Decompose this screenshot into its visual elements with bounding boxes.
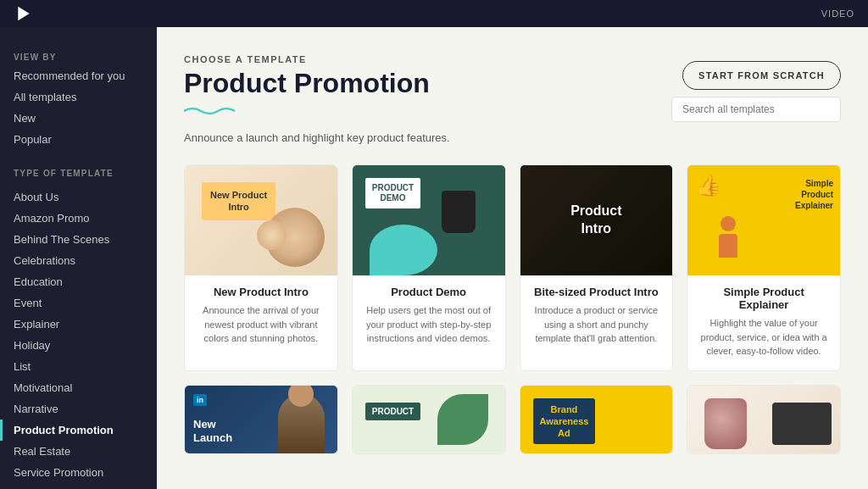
template-thumb-b3: BrandAwarenessAd — [520, 386, 673, 453]
sidebar-type-label: TYPE OF TEMPLATE — [0, 164, 157, 181]
card-desc-2: Help users get the most out of your prod… — [363, 303, 495, 346]
thumb-b1-title: NewLaunch — [193, 418, 232, 444]
header-right: START FROM SCRATCH — [671, 54, 841, 122]
thumb-1-sphere-small — [257, 220, 287, 250]
thumb-b1-person — [278, 394, 325, 453]
thumb-4-head — [721, 216, 736, 231]
thumb-b4-cup — [704, 398, 747, 449]
sidebar-item-motivational[interactable]: Motivational — [0, 377, 157, 398]
thumb-b3-badge: BrandAwarenessAd — [533, 398, 596, 445]
sidebar-item-slideshow[interactable]: Slideshow — [0, 483, 157, 489]
template-thumb-b2: PRODUCT — [353, 386, 505, 453]
title-decoration — [184, 104, 450, 119]
template-thumb-1: New ProductIntro — [185, 165, 337, 275]
sidebar-item-product-promotion[interactable]: Product Promotion — [0, 420, 157, 441]
svg-marker-0 — [18, 7, 29, 21]
sidebar-item-real-estate[interactable]: Real Estate — [0, 441, 157, 462]
content-area: CHOOSE A TEMPLATE Product Promotion Anno… — [157, 27, 868, 489]
card-desc-3: Introduce a product or service using a s… — [531, 303, 663, 346]
sidebar-item-celebrations[interactable]: Celebrations — [0, 250, 157, 271]
main-layout: VIEW BY Recommended for you All template… — [0, 27, 868, 489]
template-thumb-b4 — [687, 386, 840, 453]
card-desc-4: Highlight the value of your product, ser… — [698, 316, 830, 358]
thumb-b4-laptop — [772, 403, 832, 445]
thumb-2-cup — [442, 191, 476, 233]
sidebar-item-list[interactable]: List — [0, 356, 157, 377]
sidebar-item-behind-scenes[interactable]: Behind The Scenes — [0, 229, 157, 250]
thumb-1-label: New ProductIntro — [202, 182, 275, 220]
sidebar-item-popular[interactable]: Popular — [0, 129, 157, 150]
sidebar-item-event[interactable]: Event — [0, 292, 157, 314]
template-grid: New ProductIntro New Product Intro Annou… — [184, 164, 841, 371]
sidebar-item-amazon-promo[interactable]: Amazon Promo — [0, 208, 157, 229]
card-info-2: Product Demo Help users get the most out… — [353, 275, 505, 358]
template-card-simple-explainer[interactable]: 👍 SimpleProductExplainer Simple Product … — [687, 164, 841, 371]
header-left: CHOOSE A TEMPLATE Product Promotion Anno… — [184, 54, 450, 161]
template-card-product-coffee[interactable] — [687, 385, 841, 454]
card-title-2: Product Demo — [363, 286, 495, 298]
thumb-2-badge: PRODUCTDEMO — [365, 178, 420, 208]
start-from-scratch-button[interactable]: START FROM SCRATCH — [682, 61, 841, 90]
thumb-b2-leaf — [437, 394, 488, 445]
template-card-new-product-intro[interactable]: New ProductIntro New Product Intro Annou… — [184, 164, 338, 371]
template-thumb-3: ProductIntro — [520, 165, 673, 275]
sidebar-item-holiday[interactable]: Holiday — [0, 335, 157, 356]
thumb-b2-label: PRODUCT — [365, 403, 420, 420]
sidebar-item-narrative[interactable]: Narrative — [0, 398, 157, 420]
template-thumb-2: PRODUCTDEMO — [353, 165, 505, 275]
page-title: Product Promotion — [184, 68, 450, 99]
thumb-4-star: 👍 — [696, 174, 721, 197]
card-info-3: Bite-sized Product Intro Introduce a pro… — [520, 275, 673, 358]
card-desc-1: Announce the arrival of your newest prod… — [195, 303, 327, 346]
linkedin-badge: in — [193, 394, 207, 406]
thumb-4-body — [719, 234, 737, 258]
app-logo — [14, 3, 34, 24]
sidebar-item-explainer[interactable]: Explainer — [0, 314, 157, 335]
sidebar-item-recommended[interactable]: Recommended for you — [0, 65, 157, 86]
sidebar-item-service-promotion[interactable]: Service Promotion — [0, 462, 157, 483]
template-card-product-green[interactable]: PRODUCT — [352, 385, 506, 454]
card-title-4: Simple Product Explainer — [698, 286, 830, 311]
topbar-mode-label: VIDEO — [821, 8, 854, 19]
thumb-2-blob — [370, 225, 437, 275]
sidebar-item-all-templates[interactable]: All templates — [0, 86, 157, 108]
thumb-4-title: SimpleProductExplainer — [757, 178, 833, 211]
card-info-4: Simple Product Explainer Highlight the v… — [687, 275, 840, 370]
sidebar-item-about-us[interactable]: About Us — [0, 186, 157, 208]
thumb-b1-face — [288, 386, 314, 407]
sidebar-view-by-label: VIEW BY — [0, 47, 157, 65]
search-input[interactable] — [671, 97, 841, 122]
choose-label: CHOOSE A TEMPLATE — [184, 54, 450, 64]
content-header: CHOOSE A TEMPLATE Product Promotion Anno… — [184, 54, 841, 161]
topbar: VIDEO — [0, 0, 868, 27]
card-info-1: New Product Intro Announce the arrival o… — [185, 275, 337, 358]
sidebar-item-new[interactable]: New — [0, 108, 157, 129]
sidebar: VIEW BY Recommended for you All template… — [0, 27, 157, 489]
card-title-1: New Product Intro — [195, 286, 327, 298]
template-thumb-b1: in NewLaunch — [185, 386, 337, 453]
template-thumb-4: 👍 SimpleProductExplainer — [687, 165, 840, 275]
template-card-product-demo[interactable]: PRODUCTDEMO Product Demo Help users get … — [352, 164, 506, 371]
template-grid-row2: in NewLaunch PRODUCT BrandAwarenessAd — [184, 385, 841, 454]
card-title-3: Bite-sized Product Intro — [531, 286, 663, 298]
thumb-3-text: ProductIntro — [570, 203, 621, 238]
template-card-bite-sized[interactable]: ProductIntro Bite-sized Product Intro In… — [520, 164, 674, 371]
sidebar-item-education[interactable]: Education — [0, 271, 157, 292]
page-description: Announce a launch and highlight key prod… — [184, 131, 450, 144]
template-card-new-launch[interactable]: in NewLaunch — [184, 385, 338, 454]
thumb-4-figure — [713, 216, 743, 267]
template-card-brand-awareness[interactable]: BrandAwarenessAd — [520, 385, 674, 454]
